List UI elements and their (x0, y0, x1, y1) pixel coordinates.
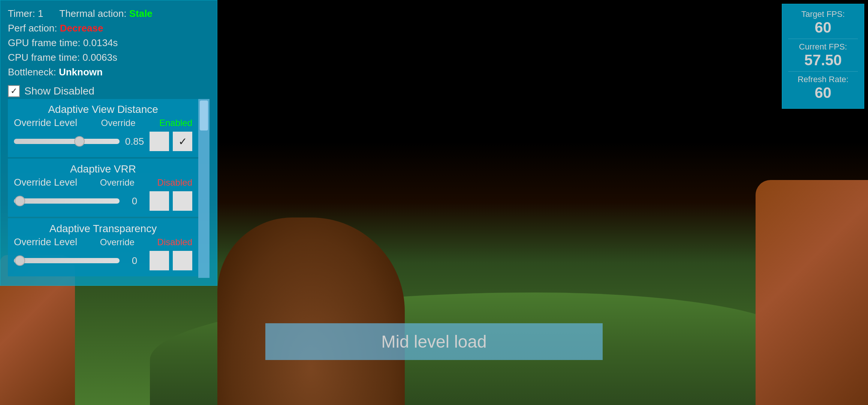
perf-action-row: Perf action: Decrease (8, 21, 210, 36)
checkmark-icon: ✓ (10, 86, 17, 96)
fps-current-label: Current FPS: (788, 42, 858, 52)
section-title-0: Adaptive View Distance (14, 104, 192, 116)
fps-divider-2 (788, 71, 858, 72)
gpu-frame-time-row: GPU frame time: 0.0134s (8, 36, 210, 50)
fps-refresh-value: 60 (788, 84, 858, 101)
fps-target-row: Target FPS: 60 (788, 9, 858, 36)
override-row-1: Override Level Override Disabled (14, 177, 192, 188)
mid-level-banner: Mid level load (265, 323, 603, 360)
slider-track-2[interactable] (14, 258, 120, 263)
fps-current-row: Current FPS: 57.50 (788, 42, 858, 68)
perf-action-label: Perf action: (8, 22, 57, 34)
override-level-label-1: Override Level (14, 177, 77, 188)
fps-refresh-label: Refresh Rate: (788, 75, 858, 84)
slider-row-0: 0.85 ✓ (14, 132, 192, 151)
slider-value-0: 0.85 (123, 136, 146, 147)
debug-info: Timer: 1 Thermal action: Stale Perf acti… (8, 6, 210, 80)
thermal-action-value: Stale (129, 8, 153, 19)
section-title-2: Adaptive Transparency (14, 223, 192, 235)
check-icon-0: ✓ (178, 135, 187, 148)
section-title-1: Adaptive VRR (14, 163, 192, 175)
section-adaptive-vrr: Adaptive VRR Override Level Override Dis… (8, 159, 198, 217)
terrain-right (756, 180, 868, 405)
terrain-rocks (217, 218, 405, 405)
override-btn-1[interactable] (150, 191, 169, 211)
bottleneck-value: Unknown (59, 66, 103, 78)
show-disabled-label: Show Disabled (24, 83, 94, 99)
timer-row: Timer: 1 Thermal action: Stale (8, 6, 210, 21)
slider-value-1: 0 (123, 195, 146, 207)
bottleneck-row: Bottleneck: Unknown (8, 65, 210, 80)
slider-sections: Adaptive View Distance Override Level Ov… (8, 99, 210, 278)
override-row-0: Override Level Override Enabled (14, 117, 192, 129)
slider-track-0[interactable] (14, 139, 120, 144)
fps-refresh-row: Refresh Rate: 60 (788, 75, 858, 101)
slider-thumb-1[interactable] (15, 196, 25, 206)
slider-thumb-0[interactable] (74, 136, 85, 147)
section-adaptive-view-distance: Adaptive View Distance Override Level Ov… (8, 99, 198, 157)
mid-level-text: Mid level load (381, 332, 486, 351)
fps-divider-1 (788, 39, 858, 39)
slider-row-1: 0 (14, 191, 192, 211)
override-row-2: Override Level Override Disabled (14, 236, 192, 248)
override-level-label-2: Override Level (14, 236, 77, 248)
scrollbar-thumb[interactable] (200, 100, 208, 130)
override-text-1: Override (100, 177, 135, 188)
thermal-action-label: Thermal action: (59, 8, 126, 19)
fps-target-label: Target FPS: (788, 9, 858, 19)
perf-action-value: Decrease (60, 22, 103, 34)
section-adaptive-transparency: Adaptive Transparency Override Level Ove… (8, 218, 198, 276)
override-level-label-0: Override Level (14, 117, 77, 129)
slider-row-2: 0 (14, 251, 192, 270)
bottleneck-label: Bottleneck: (8, 66, 56, 78)
slider-thumb-2[interactable] (15, 255, 25, 266)
override-status-1: Disabled (157, 177, 192, 188)
check-btn-1[interactable] (173, 191, 192, 211)
fps-panel: Target FPS: 60 Current FPS: 57.50 Refres… (782, 4, 864, 109)
override-status-2: Disabled (157, 237, 192, 248)
override-btn-0[interactable] (150, 132, 169, 151)
show-disabled-row: ✓ Show Disabled (8, 83, 210, 99)
debug-panel: Timer: 1 Thermal action: Stale Perf acti… (0, 0, 217, 286)
timer-label: Timer: 1 (8, 8, 43, 19)
fps-target-value: 60 (788, 19, 858, 36)
scrollbar-track[interactable] (198, 99, 210, 278)
check-btn-0[interactable]: ✓ (173, 132, 192, 151)
override-text-0: Override (101, 118, 135, 128)
show-disabled-checkbox[interactable]: ✓ (8, 85, 20, 97)
cpu-frame-time: CPU frame time: 0.0063s (8, 52, 117, 63)
cpu-frame-time-row: CPU frame time: 0.0063s (8, 50, 210, 65)
override-text-2: Override (100, 237, 135, 248)
override-status-0: Enabled (159, 118, 192, 128)
slider-main: Adaptive View Distance Override Level Ov… (8, 99, 198, 278)
slider-value-2: 0 (123, 255, 146, 267)
slider-track-1[interactable] (14, 198, 120, 204)
check-btn-2[interactable] (173, 251, 192, 270)
fps-current-value: 57.50 (788, 52, 858, 68)
gpu-frame-time: GPU frame time: 0.0134s (8, 37, 118, 48)
override-btn-2[interactable] (150, 251, 169, 270)
